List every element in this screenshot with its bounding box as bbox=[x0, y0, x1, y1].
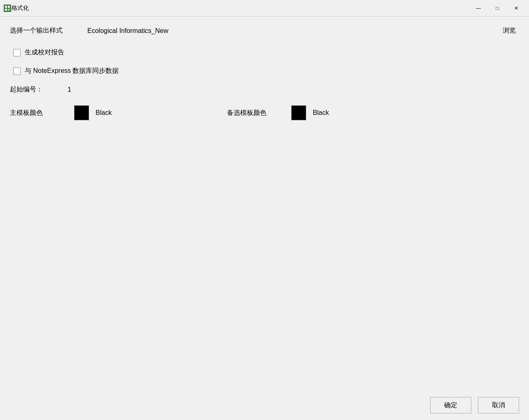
start-number-value: 1 bbox=[68, 86, 71, 93]
confirm-button[interactable]: 确定 bbox=[430, 397, 471, 413]
main-window: 格式化 — □ ✕ 选择一个输出样式 Ecological Informatic… bbox=[0, 0, 529, 420]
sync-label: 与 NoteExpress 数据库同步数据 bbox=[25, 67, 119, 75]
svg-rect-4 bbox=[8, 9, 10, 11]
primary-color-name: Black bbox=[96, 109, 112, 117]
color-section: 主模板颜色 Black 备选模板颜色 Black bbox=[10, 105, 329, 120]
style-value: Ecological Informatics_New bbox=[87, 27, 169, 35]
primary-color-label: 主模板颜色 bbox=[10, 109, 68, 117]
maximize-button[interactable]: □ bbox=[488, 2, 507, 15]
style-row: 选择一个输出样式 Ecological Informatics_New 浏览 bbox=[10, 25, 519, 37]
alt-color-group: 备选模板颜色 Black bbox=[227, 105, 329, 120]
svg-rect-0 bbox=[4, 5, 11, 12]
start-number-row: 起始编号： 1 bbox=[10, 85, 519, 94]
browse-button[interactable]: 浏览 bbox=[499, 25, 519, 37]
window-controls: — □ ✕ bbox=[469, 2, 526, 15]
report-label: 生成校对报告 bbox=[25, 48, 64, 57]
report-checkbox[interactable] bbox=[13, 49, 21, 56]
svg-rect-2 bbox=[8, 6, 10, 8]
close-button[interactable]: ✕ bbox=[507, 2, 526, 15]
minimize-button[interactable]: — bbox=[469, 2, 488, 15]
sync-row: 与 NoteExpress 数据库同步数据 bbox=[10, 67, 519, 75]
app-icon bbox=[3, 4, 12, 12]
alt-color-name: Black bbox=[313, 109, 329, 117]
report-row: 生成校对报告 bbox=[10, 48, 519, 57]
color-row: 主模板颜色 Black 备选模板颜色 Black bbox=[10, 105, 519, 120]
content-area: 选择一个输出样式 Ecological Informatics_New 浏览 生… bbox=[0, 16, 529, 390]
svg-rect-1 bbox=[5, 6, 7, 8]
start-number-label: 起始编号： bbox=[10, 85, 43, 94]
alt-color-swatch[interactable] bbox=[291, 105, 306, 120]
style-label: 选择一个输出样式 bbox=[10, 26, 63, 35]
alt-color-label: 备选模板颜色 bbox=[227, 109, 285, 117]
sync-checkbox[interactable] bbox=[13, 68, 21, 75]
svg-rect-3 bbox=[5, 9, 7, 11]
window-title: 格式化 bbox=[12, 5, 469, 12]
primary-color-group: 主模板颜色 Black bbox=[10, 105, 112, 120]
primary-color-swatch[interactable] bbox=[74, 105, 89, 120]
cancel-button[interactable]: 取消 bbox=[478, 397, 519, 413]
footer: 确定 取消 bbox=[0, 390, 529, 420]
title-bar: 格式化 — □ ✕ bbox=[0, 0, 529, 16]
